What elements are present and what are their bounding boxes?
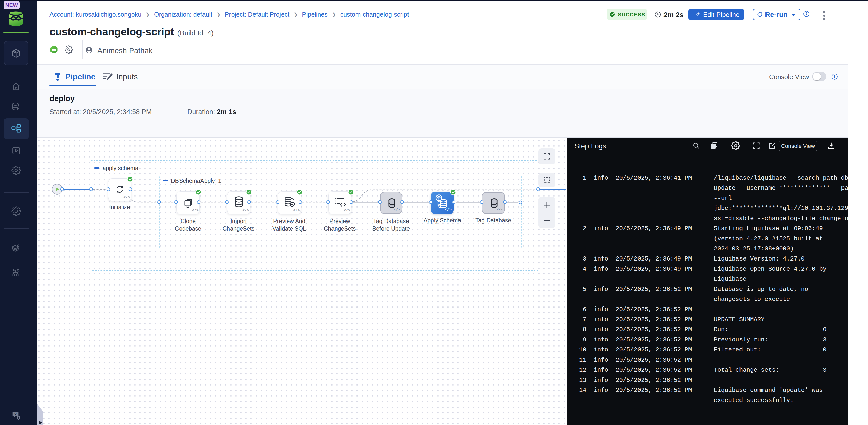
svg-text:?: ? xyxy=(14,412,17,416)
